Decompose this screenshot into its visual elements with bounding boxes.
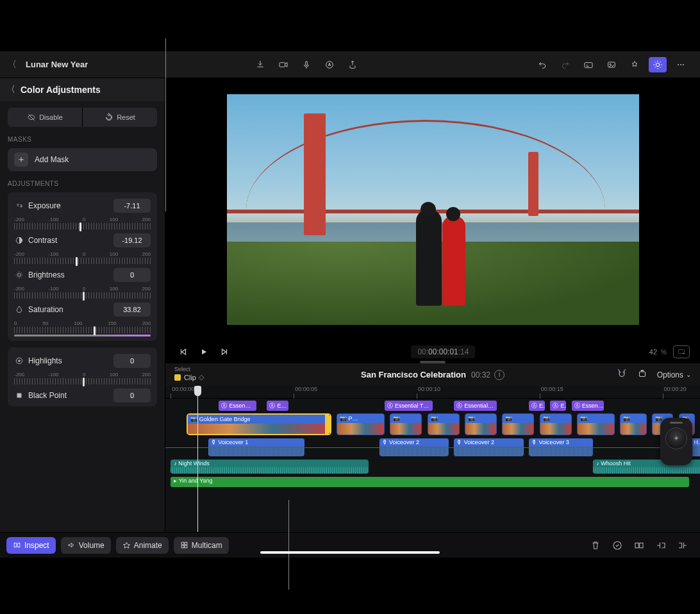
background-clip[interactable]: ▸ Yin and Yang bbox=[171, 477, 689, 487]
disable-button[interactable]: Disable bbox=[8, 108, 83, 127]
brightness-icon bbox=[14, 270, 24, 279]
music-track: ♪ Night Winds♪ Whoosh Hit bbox=[165, 460, 700, 475]
approve-button[interactable] bbox=[606, 537, 628, 554]
svg-rect-23 bbox=[185, 545, 187, 548]
people-graphic bbox=[413, 203, 483, 312]
svg-point-16 bbox=[683, 353, 685, 354]
share-icon[interactable] bbox=[344, 57, 362, 72]
timeline-project-name: San Francisco Celebration bbox=[361, 370, 466, 379]
top-toolbar: 〈 Lunar New Year bbox=[0, 51, 700, 78]
undo-icon[interactable] bbox=[533, 57, 551, 72]
exposure-icon bbox=[14, 201, 24, 210]
music-clip[interactable]: ♪ Night Winds bbox=[171, 460, 369, 474]
title-clip[interactable]: ⒶEssen… bbox=[572, 401, 604, 411]
svg-point-8 bbox=[680, 64, 681, 65]
highlights-slider[interactable]: -200-1000100200 bbox=[14, 372, 151, 388]
more-icon[interactable] bbox=[672, 57, 690, 72]
zoom-value[interactable]: 42 bbox=[649, 348, 657, 356]
video-clip[interactable]: 📷 bbox=[428, 413, 460, 435]
timecode-display[interactable]: 00:00:00:01:14 bbox=[411, 345, 475, 358]
saturation-value[interactable]: 33.82 bbox=[113, 303, 151, 317]
video-clip[interactable]: 📷 bbox=[620, 413, 647, 435]
video-clip[interactable]: 📷 bbox=[540, 413, 572, 435]
home-indicator[interactable] bbox=[260, 551, 440, 554]
title-clip[interactable]: ⒶEssen… bbox=[219, 401, 256, 411]
select-label: Select bbox=[174, 366, 190, 372]
title-clip[interactable]: ⒶEssential… bbox=[454, 401, 497, 411]
delete-button[interactable] bbox=[585, 537, 606, 554]
voiceover-icon[interactable] bbox=[297, 57, 315, 72]
playhead[interactable] bbox=[197, 386, 198, 532]
titles-icon[interactable] bbox=[321, 57, 338, 72]
transport-bar: 00:00:00:01:14 42 % bbox=[165, 341, 700, 363]
back-button[interactable]: 〈 bbox=[8, 59, 17, 71]
contrast-value[interactable]: -19.12 bbox=[113, 233, 151, 247]
fullscreen-button[interactable] bbox=[673, 345, 690, 358]
camera-icon[interactable] bbox=[274, 57, 292, 72]
timeline-ruler[interactable]: 00:00:0000:00:0500:00:1000:00:1500:00:20 bbox=[165, 386, 700, 399]
photo-icon[interactable] bbox=[603, 57, 621, 72]
svg-point-11 bbox=[18, 274, 21, 277]
trim-end-button[interactable] bbox=[672, 537, 694, 554]
masks-section-label: MASKS bbox=[8, 136, 157, 143]
title-clip[interactable]: ⒶE… bbox=[267, 401, 288, 411]
highlights-value[interactable]: 0 bbox=[113, 354, 151, 368]
effects-icon[interactable] bbox=[626, 57, 644, 72]
blackpoint-icon bbox=[14, 391, 24, 400]
color-adjust-icon[interactable] bbox=[649, 57, 667, 72]
volume-tab[interactable]: Volume bbox=[61, 537, 111, 554]
title-clip[interactable]: ⒶEssential T… bbox=[385, 401, 433, 411]
viewer bbox=[165, 78, 700, 341]
brightness-value[interactable]: 0 bbox=[113, 268, 151, 282]
panel-header: 〈 Color Adjustments bbox=[0, 78, 165, 101]
saturation-slider[interactable]: 050100150200 bbox=[14, 320, 151, 337]
next-frame-button[interactable] bbox=[217, 344, 232, 360]
title-clip[interactable]: ⒶE… bbox=[550, 401, 566, 411]
timeline-header: Select Clip◇ San Francisco Celebration 0… bbox=[165, 363, 700, 386]
brightness-slider[interactable]: -200-1000100200 bbox=[14, 286, 151, 303]
panel-resize-handle[interactable] bbox=[420, 361, 446, 363]
adjustments-section-label: ADJUSTMENTS bbox=[8, 180, 157, 187]
contrast-row: Contrast -19.12 bbox=[14, 233, 151, 247]
saturation-row: Saturation 33.82 bbox=[14, 303, 151, 317]
video-clip[interactable]: 📷 bbox=[465, 413, 497, 435]
play-button[interactable] bbox=[196, 344, 212, 360]
info-icon[interactable]: i bbox=[494, 370, 504, 380]
video-clip[interactable]: 📷 bbox=[502, 413, 534, 435]
titles-track: ⒶEssen…ⒶE…ⒶEssential T…ⒶEssential…ⒶE…ⒶE…… bbox=[165, 401, 700, 412]
options-button[interactable]: Options⌄ bbox=[657, 370, 691, 379]
adjustments-card-2: Highlights 0 -200-1000100200 Black Point… bbox=[8, 347, 157, 406]
trim-start-button[interactable] bbox=[650, 537, 672, 554]
exposure-value[interactable]: -7.11 bbox=[113, 199, 151, 213]
content-area: 00:00:00:01:14 42 % Select Clip◇ San Fra… bbox=[165, 78, 700, 532]
video-clip[interactable]: 📷 bbox=[577, 413, 614, 435]
video-clip[interactable]: 📷 bbox=[390, 413, 422, 435]
redo-icon bbox=[556, 57, 574, 72]
exposure-slider[interactable]: -200-1000100200 bbox=[14, 217, 151, 233]
add-mask-button[interactable]: ＋ Add Mask bbox=[8, 148, 157, 171]
animate-tab[interactable]: Animate bbox=[116, 537, 169, 554]
saturation-icon bbox=[14, 305, 24, 314]
clip-selector[interactable]: Clip◇ bbox=[174, 373, 204, 381]
split-button[interactable] bbox=[628, 537, 650, 554]
svg-rect-3 bbox=[585, 62, 592, 67]
snap-icon[interactable] bbox=[616, 368, 628, 382]
captions-icon[interactable] bbox=[579, 57, 597, 72]
adjustments-card: Exposure -7.11 -200-1000100200 Contrast … bbox=[8, 192, 157, 341]
multicam-tab[interactable]: Multicam bbox=[174, 537, 229, 554]
background-track: ▸ Yin and Yang bbox=[165, 477, 700, 488]
import-icon[interactable] bbox=[251, 57, 269, 72]
tools-icon[interactable] bbox=[637, 368, 648, 382]
prev-frame-button[interactable] bbox=[176, 344, 191, 360]
timeline[interactable]: 00:00:0000:00:0500:00:1000:00:1500:00:20… bbox=[165, 386, 700, 532]
inspect-tab[interactable]: Inspect bbox=[6, 537, 56, 554]
reset-button[interactable]: Reset bbox=[83, 108, 157, 127]
contrast-slider[interactable]: -200-1000100200 bbox=[14, 251, 151, 268]
blackpoint-value[interactable]: 0 bbox=[113, 388, 151, 402]
jog-wheel[interactable] bbox=[660, 418, 692, 465]
video-clip[interactable]: 📷 Golden Gate Bridge bbox=[187, 413, 331, 435]
title-clip[interactable]: ⒶE… bbox=[529, 401, 545, 411]
panel-back-button[interactable]: 〈 bbox=[6, 84, 15, 95]
preview-frame[interactable] bbox=[226, 94, 640, 326]
video-clip[interactable]: 📷 P… bbox=[337, 413, 385, 435]
